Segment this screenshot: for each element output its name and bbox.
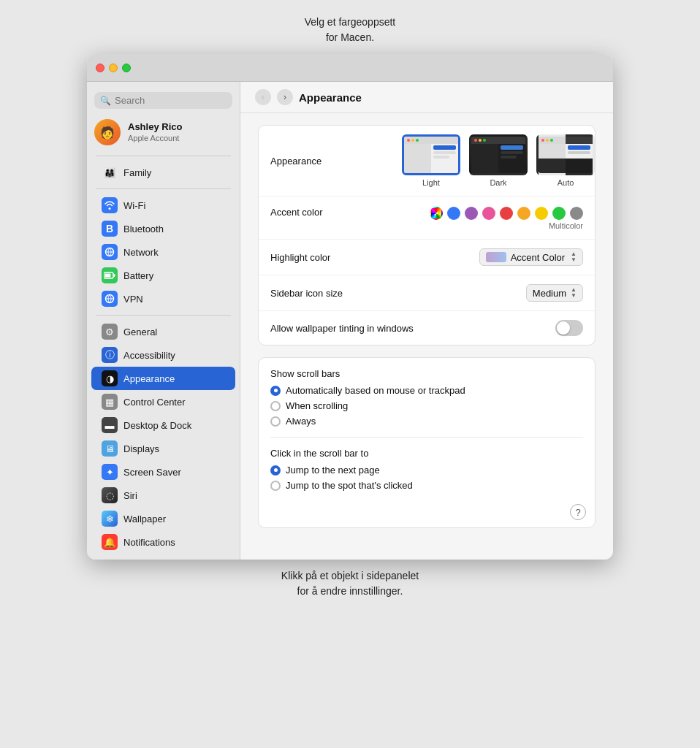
click-next-page-label: Jump to the next page: [286, 465, 380, 476]
click-spot-clicked-option[interactable]: Jump to the spot that's clicked: [270, 480, 583, 491]
appearance-auto-option[interactable]: Auto: [536, 134, 595, 187]
page-title: Appearance: [299, 91, 362, 104]
sidebar-item-desktop-dock[interactable]: ▬ Desktop & Dock: [91, 413, 235, 437]
accent-green[interactable]: [552, 207, 566, 220]
sidebar-item-label: Notifications: [123, 537, 175, 548]
light-label: Light: [422, 178, 440, 187]
nav-forward-button[interactable]: ›: [277, 89, 293, 105]
sidebar-item-label: Displays: [123, 443, 159, 454]
network-icon: [102, 244, 118, 260]
wallpaper-tinting-row: Allow wallpaper tinting in windows: [259, 311, 595, 345]
sidebar-item-siri[interactable]: ◌ Siri: [91, 484, 235, 507]
accent-color-picker: Multicolor: [430, 207, 583, 230]
sidebar-item-label: Desktop & Dock: [123, 420, 191, 431]
main-header: ‹ › Appearance: [240, 82, 613, 113]
wallpaper-tinting-toggle-container: [414, 320, 583, 336]
bluetooth-icon: B: [102, 221, 118, 237]
accent-yellow[interactable]: [535, 207, 548, 220]
sidebar-item-wallpaper[interactable]: ❄ Wallpaper: [91, 507, 235, 530]
user-section[interactable]: 🧑 Ashley Rico Apple Account: [87, 116, 240, 151]
accent-graphite[interactable]: [570, 207, 583, 220]
control-center-icon: ▦: [102, 394, 118, 410]
notifications-icon: 🔔: [102, 534, 118, 550]
sidebar-item-label: Appearance: [123, 373, 175, 384]
show-scroll-bars-section: Show scroll bars Automatically based on …: [259, 358, 595, 437]
sidebar-item-label: Bluetooth: [123, 224, 164, 234]
user-info: Ashley Rico Apple Account: [128, 121, 182, 143]
scroll-auto-option[interactable]: Automatically based on mouse or trackpad: [270, 385, 583, 396]
window-body: 🔍 🧑 Ashley Rico Apple Account 👨‍👩‍👧 Fami…: [87, 82, 613, 560]
appearance-light-option[interactable]: Light: [402, 134, 460, 187]
sidebar-item-control-center[interactable]: ▦ Control Center: [91, 390, 235, 413]
accent-purple[interactable]: [465, 207, 478, 220]
wifi-icon: [102, 197, 118, 213]
wallpaper-tinting-label: Allow wallpaper tinting in windows: [270, 323, 414, 334]
sidebar-item-label: General: [123, 327, 157, 337]
accent-color-row-circles: [430, 207, 583, 220]
settings-window: 🔍 🧑 Ashley Rico Apple Account 👨‍👩‍👧 Fami…: [87, 54, 613, 560]
auto-thumb: [536, 134, 595, 175]
sidebar-item-wifi[interactable]: Wi-Fi: [91, 194, 235, 217]
appearance-options-container: Light: [402, 134, 595, 187]
sidebar-item-appearance[interactable]: ◑ Appearance: [91, 367, 235, 390]
sidebar-item-bluetooth[interactable]: B Bluetooth: [91, 217, 235, 240]
settings-section: Appearance: [240, 113, 613, 552]
accent-pink[interactable]: [482, 207, 495, 220]
sidebar-item-general[interactable]: ⚙ General: [91, 320, 235, 343]
search-input[interactable]: [115, 95, 227, 106]
accent-red[interactable]: [500, 207, 513, 220]
title-bar: [87, 54, 613, 82]
sidebar-item-network[interactable]: Network: [91, 240, 235, 264]
show-scroll-bars-title: Show scroll bars: [270, 368, 583, 379]
svg-rect-4: [105, 274, 111, 278]
scroll-always-option[interactable]: Always: [270, 416, 583, 427]
click-spot-clicked-label: Jump to the spot that's clicked: [286, 480, 413, 491]
accent-multicolor[interactable]: [430, 207, 443, 220]
wallpaper-tinting-toggle[interactable]: [555, 320, 583, 336]
sidebar-icon-size-label: Sidebar icon size: [270, 288, 402, 299]
sidebar-item-accessibility[interactable]: ⓘ Accessibility: [91, 343, 235, 367]
sidebar-item-vpn[interactable]: VPN: [91, 287, 235, 310]
search-box[interactable]: 🔍: [94, 92, 232, 109]
accent-color-label: Accent color: [270, 207, 402, 218]
appearance-dark-option[interactable]: Dark: [469, 134, 528, 187]
scroll-auto-label: Automatically based on mouse or trackpad: [286, 385, 465, 396]
highlight-preview: [486, 252, 506, 262]
highlight-color-select[interactable]: Accent Color ▲▼: [479, 248, 583, 266]
scroll-scrolling-option[interactable]: When scrolling: [270, 400, 583, 411]
sidebar-size-select[interactable]: Medium ▲▼: [526, 284, 583, 302]
traffic-lights: [96, 64, 131, 72]
sidebar-item-label: Wallpaper: [123, 514, 166, 524]
sidebar: 🔍 🧑 Ashley Rico Apple Account 👨‍👩‍👧 Fami…: [87, 82, 240, 560]
family-icon: 👨‍👩‍👧: [102, 164, 118, 180]
sidebar-item-notifications[interactable]: 🔔 Notifications: [91, 530, 235, 554]
accent-blue[interactable]: [447, 207, 460, 220]
accent-orange[interactable]: [517, 207, 530, 220]
sidebar-item-battery[interactable]: Battery: [91, 264, 235, 287]
annotation-bottom: Klikk på et objekt i sidepanelet for å e…: [281, 568, 419, 599]
close-button[interactable]: [96, 64, 104, 72]
highlight-color-value: Accent Color ▲▼: [402, 248, 583, 266]
search-icon: 🔍: [100, 96, 111, 106]
accent-selected-label: Multicolor: [549, 221, 583, 230]
click-next-page-radio: [270, 465, 281, 476]
minimize-button[interactable]: [109, 64, 118, 72]
sidebar-item-label: Accessibility: [123, 350, 175, 361]
highlight-stepper: ▲▼: [571, 251, 577, 263]
appearance-options: Light: [402, 134, 595, 187]
sidebar-divider-1: [96, 156, 231, 156]
sidebar-item-family[interactable]: 👨‍👩‍👧 Family: [91, 161, 235, 184]
appearance-icon: ◑: [102, 370, 118, 386]
sidebar-icon-size-value: Medium ▲▼: [402, 284, 583, 302]
sidebar-item-displays[interactable]: 🖥 Displays: [91, 437, 235, 460]
user-name: Ashley Rico: [128, 121, 182, 132]
wallpaper-icon: ❄: [102, 511, 118, 527]
click-next-page-option[interactable]: Jump to the next page: [270, 465, 583, 476]
nav-back-button[interactable]: ‹: [255, 89, 271, 105]
help-button[interactable]: ?: [570, 504, 586, 520]
sidebar-item-screen-saver[interactable]: ✦ Screen Saver: [91, 460, 235, 484]
maximize-button[interactable]: [122, 64, 131, 72]
sidebar-icon-size-row: Sidebar icon size Medium ▲▼: [259, 275, 595, 311]
accent-color-row: Accent color: [259, 196, 595, 240]
scroll-auto-radio: [270, 386, 281, 396]
